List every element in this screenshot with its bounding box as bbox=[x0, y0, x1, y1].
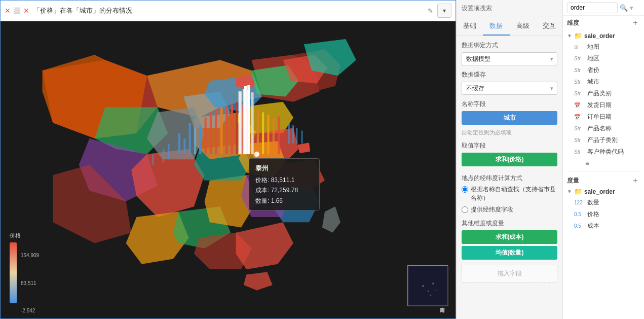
svg-point-36 bbox=[422, 285, 424, 287]
dim-search-input[interactable] bbox=[567, 2, 618, 13]
svg-rect-5 bbox=[199, 125, 201, 154]
str-type-icon: Str bbox=[574, 91, 585, 96]
dim-group-sale-order: ▼ 📁 sale_order ⊞ 地图 Str 地区 Str 省份 bbox=[563, 30, 644, 169]
dim-more-items[interactable]: ≡ bbox=[563, 158, 644, 169]
drop-zone[interactable]: 拖入字段 bbox=[462, 265, 557, 282]
dim-item-order-date: 订单日期 bbox=[587, 113, 612, 121]
map-visualization: 价格 154,909 83,511 -2,542 泰州 价格: 83,511.1 bbox=[1, 21, 456, 318]
dim-item-ship-date: 发货日期 bbox=[587, 101, 612, 110]
edit-icon[interactable]: ✎ bbox=[428, 7, 433, 15]
legend-gradient bbox=[10, 242, 17, 303]
chart-header-icons: ✕ ⬜ ✕ bbox=[5, 7, 29, 15]
dim-item-region: 地区 bbox=[587, 54, 599, 63]
dim-item-province: 省份 bbox=[587, 66, 599, 75]
svg-rect-32 bbox=[152, 154, 154, 165]
str-type-icon: Str bbox=[574, 126, 585, 131]
svg-rect-8 bbox=[215, 110, 217, 154]
tab-interact[interactable]: 交互 bbox=[536, 17, 562, 36]
tooltip-quantity-value: 1.66 bbox=[271, 197, 283, 204]
tooltip-quantity-row: 数量: 1.66 bbox=[255, 196, 313, 206]
settings-search-header: 设置项搜索 bbox=[457, 0, 562, 17]
svg-rect-20 bbox=[278, 117, 280, 154]
str-type-icon: Str bbox=[574, 67, 585, 73]
list-item[interactable]: Str 城市 bbox=[563, 76, 644, 88]
list-item[interactable]: Str 产品类别 bbox=[563, 88, 644, 99]
dim-item-price: 价格 bbox=[587, 210, 599, 219]
svg-rect-7 bbox=[210, 112, 212, 154]
svg-rect-33 bbox=[301, 131, 303, 144]
list-item[interactable]: ⊞ 地图 bbox=[563, 41, 644, 53]
search-icon[interactable]: 🔍 bbox=[620, 4, 628, 12]
list-item[interactable]: 📅 订单日期 bbox=[563, 111, 644, 123]
list-item[interactable]: 0.5 价格 bbox=[563, 208, 644, 220]
list-item[interactable]: 0.5 成本 bbox=[563, 220, 644, 232]
svg-rect-35 bbox=[408, 266, 448, 306]
minimize-icon[interactable]: ✕ bbox=[23, 7, 29, 15]
radio-manual-location-label: 提供经纬度字段 bbox=[471, 205, 513, 214]
radio-manual-location-input[interactable] bbox=[462, 206, 468, 213]
dim-item-cost: 成本 bbox=[587, 222, 599, 230]
tooltip-price-value: 83,511.1 bbox=[271, 176, 295, 184]
legend-title: 价格 bbox=[10, 232, 21, 239]
svg-rect-30 bbox=[292, 125, 294, 144]
tooltip-quantity-label: 数量: bbox=[255, 197, 269, 204]
settings-tabs: 基础 数据 高级 交互 bbox=[457, 17, 562, 36]
list-item[interactable]: Str 省份 bbox=[563, 64, 644, 76]
svg-rect-2 bbox=[183, 138, 185, 154]
radio-auto-locate[interactable]: 根据名称自动查找（支持省市县名称） bbox=[462, 185, 557, 202]
list-item[interactable]: Str 地区 bbox=[563, 53, 644, 64]
auto-locate-hint: 自动定位则为必填项 bbox=[462, 129, 557, 136]
str-type-icon: Str bbox=[574, 56, 585, 61]
radio-manual-location[interactable]: 提供经纬度字段 bbox=[462, 205, 557, 214]
data-binding-select[interactable]: 数据模型 bbox=[462, 52, 557, 65]
value-field-label: 取值字段 bbox=[462, 141, 557, 150]
other-tag-1[interactable]: 求和(成本) bbox=[462, 230, 557, 244]
list-item[interactable]: 📅 发货日期 bbox=[563, 99, 644, 111]
other-dims-label: 其他维度或度量 bbox=[462, 219, 557, 228]
dim-add-button[interactable]: + bbox=[631, 18, 640, 27]
table-type-icon: ⊞ bbox=[574, 44, 585, 50]
dimension-panel: 🔍 ▾ 维度 + ▼ 📁 sale_order ⊞ 地图 S bbox=[562, 0, 644, 319]
tab-basic[interactable]: 基础 bbox=[457, 17, 483, 36]
tooltip-price-label: 价格: bbox=[255, 176, 269, 184]
tab-advanced[interactable]: 高级 bbox=[510, 17, 536, 36]
dim-group-header-measure[interactable]: ▼ 📁 sale_order bbox=[563, 186, 644, 197]
legend-max-label: 154,909 bbox=[21, 253, 39, 258]
location-radio-group: 根据名称自动查找（支持省市县名称） 提供经纬度字段 bbox=[462, 185, 557, 214]
chart-body: 价格 154,909 83,511 -2,542 泰州 价格: 83,511.1 bbox=[1, 21, 456, 318]
more-items-icon: ≡ bbox=[585, 159, 589, 167]
svg-point-40 bbox=[435, 290, 436, 291]
dim-item-product-subcat: 产品子类别 bbox=[587, 136, 618, 145]
legend-mid-label: 83,511 bbox=[21, 280, 39, 286]
value-field-tag[interactable]: 求和(价格) bbox=[462, 153, 557, 166]
svg-rect-9 bbox=[220, 107, 223, 154]
other-tag-2[interactable]: 均值(数量) bbox=[462, 246, 557, 260]
chart-dropdown-button[interactable]: ▾ bbox=[437, 4, 451, 18]
list-item[interactable]: Str 客户种类代码 bbox=[563, 146, 644, 158]
restore-icon[interactable]: ⬜ bbox=[13, 7, 21, 14]
list-item[interactable]: 123 数量 bbox=[563, 197, 644, 208]
radio-auto-locate-label: 根据名称自动查找（支持省市县名称） bbox=[471, 185, 557, 202]
close-icon[interactable]: ✕ bbox=[5, 7, 11, 15]
tab-data[interactable]: 数据 bbox=[483, 17, 509, 36]
dim-search-row: 🔍 ▾ bbox=[563, 0, 644, 16]
dim-folder-icon: 📁 bbox=[574, 32, 582, 40]
measure-add-button[interactable]: + bbox=[631, 176, 640, 185]
dim-measure-group-name: sale_order bbox=[584, 188, 615, 195]
radio-auto-locate-input[interactable] bbox=[462, 186, 468, 193]
tooltip-cost-value: 72,259.78 bbox=[271, 187, 298, 194]
svg-rect-6 bbox=[205, 118, 207, 154]
list-item[interactable]: Str 产品子类别 bbox=[563, 134, 644, 146]
dim-group-header-sale-order[interactable]: ▼ 📁 sale_order bbox=[563, 30, 644, 41]
list-item[interactable]: Str 产品名称 bbox=[563, 123, 644, 134]
str-type-icon: Str bbox=[574, 149, 585, 155]
name-field-tag[interactable]: 城市 bbox=[462, 111, 557, 125]
settings-panel: 设置项搜索 基础 数据 高级 交互 数据绑定方式 数据模型 数据缓存 不缓存 bbox=[456, 0, 562, 319]
name-field-label: 名称字段 bbox=[462, 100, 557, 109]
dim-measure-group-collapse-icon: ▼ bbox=[567, 189, 572, 194]
filter-icon[interactable]: ▾ bbox=[630, 4, 633, 12]
num-type-icon: 123 bbox=[574, 200, 585, 205]
cache-select[interactable]: 不缓存 bbox=[462, 82, 557, 95]
dim-title-row: 维度 + bbox=[563, 16, 644, 28]
tooltip-cost-row: 成本: 72,259.78 bbox=[255, 185, 313, 195]
